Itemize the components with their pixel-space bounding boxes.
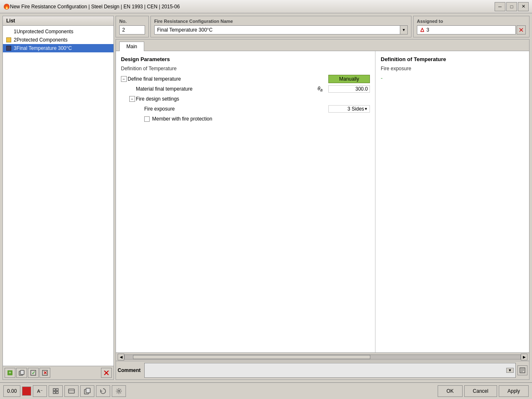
assigned-number: 3 xyxy=(426,27,429,33)
svg-text:+: + xyxy=(9,370,11,375)
fire-exposure-arrow: ▼ xyxy=(364,107,368,111)
param-value-fire-exposure: 3 Sides ▼ xyxy=(328,105,370,113)
param-label-define-temp: Define final temperature xyxy=(128,76,312,82)
comment-label: Comment xyxy=(118,366,140,375)
item-icon-1 xyxy=(6,29,11,34)
list-item-final-temp[interactable]: 3 Final Temperature 300°C xyxy=(3,44,113,52)
param-label-fire-design: Fire design settings xyxy=(136,96,312,102)
assigned-field-group: Assigned to 3 xyxy=(413,16,530,37)
window-title: New Fire Resistance Configuration | Stee… xyxy=(10,4,495,10)
assigned-label: Assigned to xyxy=(417,19,526,24)
scroll-right-button[interactable]: ▶ xyxy=(521,354,527,360)
svg-rect-20 xyxy=(53,389,55,391)
param-label-fire-exposure: Fire exposure xyxy=(144,106,312,112)
scroll-left-button[interactable]: ◀ xyxy=(118,354,124,360)
list-toolbar: + ✓ xyxy=(3,366,113,379)
scrollbar-thumb[interactable] xyxy=(133,355,370,359)
comment-input-area[interactable]: ▼ xyxy=(144,363,516,378)
expand-btn-define-temp[interactable]: − xyxy=(121,76,127,82)
add-item-button[interactable]: + xyxy=(5,368,15,378)
color-button[interactable] xyxy=(22,387,31,396)
svg-rect-23 xyxy=(56,392,58,394)
toolbar-btn-history[interactable] xyxy=(96,385,110,397)
fire-exposure-value: 3 Sides xyxy=(330,106,364,112)
horizontal-scrollbar[interactable]: ◀ ▶ xyxy=(116,352,529,361)
coordinate-display: 0.00 xyxy=(3,385,20,397)
item-label-2: Protected Components xyxy=(17,37,68,43)
item-label-1: Unprotected Components xyxy=(17,29,74,34)
app-icon: 🔥 xyxy=(3,3,10,10)
tab-bar: Main xyxy=(116,39,529,51)
svg-rect-24 xyxy=(69,389,74,393)
param-row-fire-protection: Member with fire protection xyxy=(121,114,370,124)
svg-text:🔥: 🔥 xyxy=(4,4,10,10)
apply-button[interactable]: Apply xyxy=(499,385,529,397)
copy-item-button[interactable] xyxy=(16,368,27,378)
info-content: Fire exposure xyxy=(381,66,524,71)
fire-exposure-dropdown[interactable]: 3 Sides ▼ xyxy=(328,105,370,113)
toolbar-btn-elements[interactable] xyxy=(64,385,79,397)
bottom-toolbar: 0.00 A⁻ xyxy=(0,382,532,399)
no-label: No. xyxy=(119,19,145,24)
material-temp-input[interactable] xyxy=(328,85,370,93)
close-button[interactable]: ✕ xyxy=(518,2,529,11)
param-symbol-theta: θa xyxy=(312,86,328,92)
toolbar-btn-settings[interactable] xyxy=(112,385,126,397)
list-item-protected[interactable]: 2 Protected Components xyxy=(3,36,113,44)
assign-icon xyxy=(420,27,425,32)
item-icon-3 xyxy=(6,46,11,51)
coordinate-value: 0.00 xyxy=(7,388,17,394)
expand-btn-fire-design[interactable]: − xyxy=(129,96,135,102)
def-temp-subtitle: Definition of Temperature xyxy=(121,66,370,71)
fire-protection-checkbox[interactable] xyxy=(144,116,150,122)
item-number-3: 3 xyxy=(14,45,17,51)
name-dropdown-arrow[interactable]: ▼ xyxy=(400,26,407,34)
item-number-1: 1 xyxy=(14,29,17,34)
svg-point-28 xyxy=(118,390,120,392)
assigned-clear-button[interactable] xyxy=(517,25,526,34)
delete-item-button[interactable] xyxy=(101,368,112,378)
toolbar-btn-copy[interactable] xyxy=(80,385,94,397)
manually-button[interactable]: Manually xyxy=(328,75,370,83)
comment-section: Comment ▼ xyxy=(116,361,529,379)
name-label: Fire Resistance Configuration Name xyxy=(154,19,408,24)
name-dropdown[interactable]: Final Temperature 300°C ▼ xyxy=(154,25,408,34)
item-icon-2 xyxy=(6,37,11,42)
param-value-material-temp xyxy=(328,85,370,93)
comment-dropdown-button[interactable]: ▼ xyxy=(506,368,514,373)
name-field-group: Fire Resistance Configuration Name Final… xyxy=(150,16,411,37)
info-title: Definition of Temperature xyxy=(381,56,524,62)
svg-rect-22 xyxy=(53,392,55,394)
param-row-define-temp: − Define final temperature Manually xyxy=(121,74,370,84)
design-params-title: Design Parameters xyxy=(121,56,370,62)
info-panel: Definition of Temperature Fire exposure … xyxy=(375,51,529,352)
main-content-area: Main Design Parameters Definition of Tem… xyxy=(116,39,530,380)
svg-text:✕: ✕ xyxy=(43,370,47,375)
param-row-fire-design: − Fire design settings xyxy=(121,94,370,104)
name-value: Final Temperature 300°C xyxy=(155,26,400,34)
minimize-button[interactable]: ─ xyxy=(495,2,505,11)
list-panel: List 1 Unprotected Components 2 Protecte… xyxy=(2,16,114,380)
ok-button[interactable]: OK xyxy=(438,385,462,397)
param-label-fire-protection: Member with fire protection xyxy=(152,116,212,122)
maximize-button[interactable]: □ xyxy=(506,2,517,11)
svg-rect-5 xyxy=(20,370,24,374)
cancel-button[interactable]: Cancel xyxy=(464,385,497,397)
toolbar-btn-view[interactable] xyxy=(49,385,63,397)
list-item-unprotected[interactable]: 1 Unprotected Components xyxy=(3,27,113,36)
fire-protection-checkbox-row: Member with fire protection xyxy=(144,115,212,123)
param-row-material-temp: Material final temperature θa xyxy=(121,84,370,94)
assigned-value: 3 xyxy=(417,25,516,34)
uncheck-all-button[interactable]: ✕ xyxy=(39,368,50,378)
comment-input[interactable] xyxy=(146,367,506,373)
check-all-button[interactable]: ✓ xyxy=(28,368,39,378)
tab-main[interactable]: Main xyxy=(119,42,144,51)
right-panel: No. 2 Fire Resistance Configuration Name… xyxy=(116,16,530,380)
toolbar-btn-members[interactable]: A⁻ xyxy=(33,385,47,397)
scrollbar-track[interactable] xyxy=(124,355,521,360)
item-label-3: Final Temperature 300°C xyxy=(17,45,72,51)
param-row-fire-exposure: Fire exposure 3 Sides ▼ xyxy=(121,104,370,114)
comment-edit-button[interactable] xyxy=(517,365,527,375)
list-header: List xyxy=(3,16,113,26)
svg-rect-27 xyxy=(86,388,90,393)
